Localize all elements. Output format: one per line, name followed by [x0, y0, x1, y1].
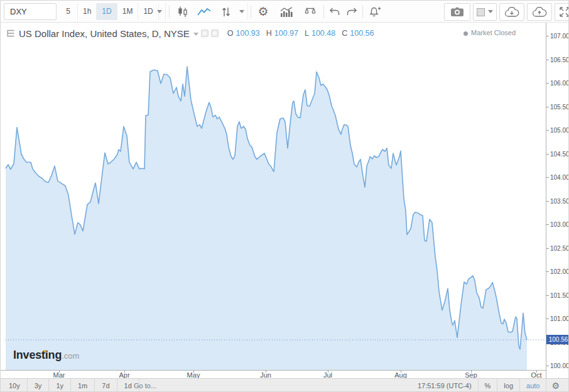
price-area-chart	[1, 23, 546, 370]
y-axis-tick	[546, 60, 549, 60]
y-axis-tick	[546, 36, 549, 36]
y-axis-tick	[546, 83, 549, 84]
time-axis[interactable]: MarAprMayJunJulAugSepOct	[1, 370, 546, 378]
camera-icon	[450, 7, 464, 17]
y-axis-label: 105.50	[550, 104, 569, 111]
x-axis-tick	[59, 371, 60, 373]
chevron-down-icon	[239, 10, 244, 16]
chart-widget: DXY 51h1D1M1D	[0, 0, 569, 392]
y-axis-tick	[546, 366, 549, 366]
chevron-down-icon[interactable]	[193, 33, 198, 38]
y-axis-label: 101.50	[550, 292, 569, 299]
redo-button[interactable]	[344, 3, 360, 20]
quick-action-icon[interactable]	[201, 30, 209, 37]
fullscreen-button[interactable]	[555, 3, 569, 21]
interval-button-1m[interactable]: 1M	[117, 3, 139, 20]
gear-icon: ⚙	[551, 381, 560, 391]
undo-icon	[329, 8, 340, 16]
ohlc-value: 100.93	[236, 29, 260, 38]
chart-properties-button[interactable]: ⚙	[253, 3, 273, 20]
status-dot-icon	[463, 31, 468, 36]
ohlc-key: C	[342, 29, 347, 38]
interval-button-1d[interactable]: 1D	[97, 3, 117, 20]
interval-dropdown-button[interactable]	[153, 3, 166, 20]
interval-button-5[interactable]: 5	[59, 3, 78, 20]
scale-button-percent[interactable]: %	[478, 379, 497, 392]
bottom-right-controls: 17:51:59 (UTC-4) %logauto ⚙	[411, 379, 565, 392]
y-axis-tick	[546, 271, 549, 272]
ohlc-key: H	[266, 29, 272, 38]
clock: 17:51:59 (UTC-4)	[411, 379, 478, 392]
line-style-button[interactable]	[194, 3, 214, 20]
area-fill	[6, 67, 527, 370]
y-axis-label: 107.00	[550, 33, 569, 40]
x-axis-tick	[471, 371, 472, 373]
style-dropdown-button[interactable]	[236, 3, 248, 20]
range-button-1y[interactable]: 1y	[49, 379, 71, 392]
chevron-down-icon	[157, 10, 162, 16]
interval-button-1h[interactable]: 1h	[78, 3, 97, 20]
y-axis-label: 101.00	[550, 315, 569, 322]
investing-logo: Investing.com	[13, 349, 79, 362]
chart-header: US Dollar Index, United States, D, NYSE …	[7, 28, 380, 39]
undo-button[interactable]	[326, 3, 342, 20]
candlestick-icon	[177, 6, 188, 18]
save-layout-button[interactable]	[527, 3, 552, 21]
ohlc-c: C100.56	[342, 29, 374, 38]
line-chart-icon	[197, 7, 211, 16]
cloud-upload-icon	[532, 7, 547, 18]
axis-settings-button[interactable]: ⚙	[546, 379, 565, 392]
updown-bars-icon	[220, 6, 232, 18]
bar-style-button[interactable]	[217, 3, 236, 20]
gear-icon: ⚙	[257, 3, 268, 20]
ohlc-o: O100.93	[227, 29, 260, 38]
range-button-7d[interactable]: 7d	[95, 379, 117, 392]
range-button-10y[interactable]: 10y	[2, 379, 28, 392]
y-axis-tick	[546, 318, 549, 319]
symbol-input[interactable]: DXY	[4, 3, 57, 20]
load-layout-button[interactable]	[499, 3, 524, 21]
add-alert-button[interactable]	[365, 3, 385, 20]
symbol-title[interactable]: US Dollar Index, United States, D, NYSE	[19, 28, 190, 39]
ohlc-key: O	[227, 29, 234, 38]
y-axis-label: 102.50	[550, 245, 569, 252]
ohlc-values: O100.93H100.97L100.48C100.56	[227, 29, 381, 38]
scale-button-log[interactable]: log	[497, 379, 519, 392]
x-axis-tick	[536, 371, 537, 373]
y-axis-tick	[546, 224, 549, 225]
toolbar-divider	[169, 5, 170, 18]
compare-button[interactable]	[300, 3, 321, 20]
indicators-icon	[280, 7, 293, 17]
ohlc-key: L	[305, 29, 309, 38]
range-button-1m[interactable]: 1m	[71, 379, 95, 392]
scale-mode-group: %logauto	[478, 379, 546, 392]
price-axis[interactable]: 100.56 107.00106.50106.00105.50105.00104…	[546, 23, 569, 378]
y-axis-label: 106.50	[550, 57, 569, 63]
candlestick-style-button[interactable]	[174, 3, 192, 20]
x-axis-tick	[401, 371, 401, 373]
logo-orange-dot	[44, 350, 46, 352]
range-button-group: 10y3y1y1m7d1d	[2, 379, 139, 392]
x-axis-tick	[124, 371, 125, 373]
y-axis-label: 103.50	[550, 198, 569, 205]
market-status: Market Closed	[463, 29, 516, 36]
layout-select-button[interactable]	[473, 3, 497, 21]
scale-button-auto[interactable]: auto	[519, 379, 546, 392]
chevron-down-icon	[488, 10, 493, 16]
y-axis-label: 104.00	[550, 174, 569, 181]
y-axis-tick	[546, 130, 549, 131]
goto-button[interactable]: Go to...	[134, 379, 156, 392]
indicators-button[interactable]	[276, 3, 297, 20]
redo-icon	[347, 8, 357, 16]
quick-action-icon[interactable]	[211, 30, 219, 37]
snapshot-button[interactable]	[444, 3, 470, 21]
y-axis-tick	[546, 248, 549, 249]
x-axis-tick	[193, 371, 194, 373]
ohlc-h: H100.97	[266, 29, 298, 38]
toolbar-divider	[323, 5, 324, 18]
y-axis-label: 106.00	[550, 80, 569, 87]
menu-icon[interactable]	[7, 30, 14, 37]
chart-pane[interactable]: US Dollar Index, United States, D, NYSE …	[1, 23, 546, 370]
range-button-3y[interactable]: 3y	[28, 379, 50, 392]
y-axis-label: 100.00	[550, 362, 569, 369]
